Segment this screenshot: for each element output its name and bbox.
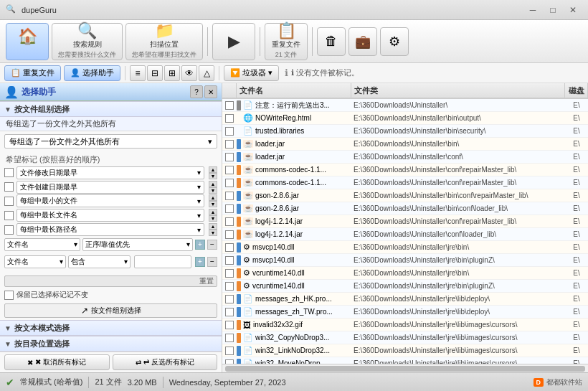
horizontal-scrollbar[interactable] [222, 364, 588, 372]
row-checkbox[interactable] [222, 269, 237, 278]
row-checkbox[interactable] [222, 321, 237, 329]
col-header-disk[interactable]: 磁盘 [565, 83, 588, 98]
row-checkbox[interactable] [222, 101, 237, 110]
table-row[interactable]: ☕commons-codec-1.1...E:\360Downloads\Uni… [222, 176, 588, 189]
filter-col2-2[interactable]: 包含▾ [68, 255, 130, 268]
table-row[interactable]: ☕log4j-1.2.14.jarE:\360Downloads\Uninsta… [222, 215, 588, 228]
checkbox[interactable] [225, 269, 234, 278]
checkbox[interactable] [225, 217, 234, 226]
grid-view-button[interactable]: ⊞ [164, 65, 180, 81]
delta-view-button[interactable]: △ [199, 65, 214, 81]
keep-mark-cb[interactable] [4, 291, 14, 300]
row-down-3[interactable]: ▼ [209, 201, 217, 207]
checkbox[interactable] [225, 347, 234, 355]
checkbox[interactable] [225, 308, 234, 316]
table-row[interactable]: ⚙msvcp140.dllE:\360Downloads\Uninstaller… [222, 241, 588, 254]
checkbox[interactable] [225, 295, 234, 303]
checkbox[interactable] [225, 230, 234, 239]
filter-remove-1[interactable]: − [207, 240, 217, 250]
checkbox[interactable] [225, 192, 234, 200]
table-row[interactable]: ☕gson-2.8.6.jarE:\360Downloads\Uninstall… [222, 189, 588, 202]
cb-1[interactable] [4, 168, 14, 177]
cb-5[interactable] [4, 225, 14, 235]
row-checkbox[interactable] [222, 308, 237, 316]
checkbox[interactable] [225, 243, 234, 252]
table-row[interactable]: 📄messages_zh_TW.pro...E:\360Downloads\Un… [222, 306, 588, 319]
checkbox[interactable] [225, 140, 234, 149]
table-row[interactable]: ⚙vcruntime140.dllE:\360Downloads\Uninsta… [222, 280, 588, 293]
row-checkbox[interactable] [222, 204, 237, 213]
settings-button[interactable]: ⚙ [380, 27, 409, 56]
play-button[interactable]: ▶ [212, 23, 255, 60]
table-row[interactable]: 📄messages_zh_HK.pro...E:\360Downloads\Un… [222, 293, 588, 306]
section-group-header[interactable]: ▼ 按文件组别选择 [0, 101, 222, 117]
search-rules-button[interactable]: 🔍 搜索规则 您需要搜找什么文件 [52, 23, 123, 60]
filter-remove-2[interactable]: − [207, 257, 217, 267]
filter-button[interactable]: 🔽 垃圾器 ▾ [224, 65, 279, 81]
minimize-button[interactable]: ─ [523, 3, 542, 17]
row-down-1[interactable]: ▼ [209, 173, 217, 179]
table-row[interactable]: 📄trusted.librariesE:\360Downloads\Uninst… [222, 125, 588, 138]
row-down-4[interactable]: ▼ [209, 215, 217, 222]
row-up-5[interactable]: ▲ [209, 223, 217, 230]
filter-col1-1[interactable]: 文件名▾ [4, 238, 80, 251]
row-checkbox[interactable] [222, 230, 237, 239]
home-button[interactable]: 🏠 [6, 23, 49, 60]
cancel-mark-button[interactable]: ✖ ✖ 取消所有标记 [4, 354, 110, 370]
row-down-2[interactable]: ▼ [209, 187, 217, 194]
row-checkbox[interactable] [222, 179, 237, 187]
reset-button[interactable]: 重置 [4, 275, 217, 287]
row-checkbox[interactable] [222, 243, 237, 252]
list-view-button[interactable]: ≡ [130, 65, 146, 81]
table-row[interactable]: ☕gson-2.8.6.jarE:\360Downloads\Uninstall… [222, 202, 588, 215]
table-row[interactable]: ⚙msvcp140.dllE:\360Downloads\Uninstaller… [222, 254, 588, 267]
checkbox[interactable] [225, 127, 234, 136]
table-row[interactable]: ☕loader.jarE:\360Downloads\Uninstaller\c… [222, 151, 588, 164]
section-dir-header[interactable]: ▼ 按目录位置选择 [0, 336, 222, 352]
table-row[interactable]: ☕loader.jarE:\360Downloads\Uninstaller\b… [222, 138, 588, 151]
row-select-2[interactable]: 文件创建日期最早▾ [16, 181, 204, 194]
checkbox[interactable] [225, 179, 234, 187]
checkbox[interactable] [225, 101, 234, 110]
row-select-1[interactable]: 文件修改日期最早▾ [16, 166, 204, 179]
cb-2[interactable] [4, 182, 14, 192]
row-checkbox[interactable] [222, 153, 237, 161]
row-select-4[interactable]: 每组中最长文件名▾ [16, 209, 204, 222]
col-header-check[interactable] [222, 83, 237, 98]
filter-input-2[interactable] [134, 255, 191, 268]
row-checkbox[interactable] [222, 217, 237, 226]
table-row[interactable]: 🌐NOWriteReg.htmlE:\360Downloads\Uninstal… [222, 112, 588, 125]
section-text-header[interactable]: ▼ 按文本模式选择 [0, 320, 222, 336]
checkbox[interactable] [225, 256, 234, 265]
checkbox[interactable] [225, 334, 234, 342]
scan-location-button[interactable]: 📁 扫描位置 您希望在哪里扫找文件 [125, 23, 203, 60]
table-row[interactable]: ⚙vcruntime140.dllE:\360Downloads\Uninsta… [222, 267, 588, 280]
row-select-5[interactable]: 每组中最长路径名▾ [16, 223, 204, 236]
table-row[interactable]: 📄注意：运行前先送出3...E:\360Downloads\Uninstalle… [222, 99, 588, 112]
row-checkbox[interactable] [222, 192, 237, 200]
row-up-2[interactable]: ▲ [209, 181, 217, 187]
table-row[interactable]: 📄win32_LinkNoDrop32...E:\360Downloads\Un… [222, 344, 588, 357]
h-scroll-thumb[interactable] [225, 366, 585, 372]
row-checkbox[interactable] [222, 282, 237, 291]
checkbox[interactable] [225, 166, 234, 174]
cb-4[interactable] [4, 211, 14, 220]
row-up-4[interactable]: ▲ [209, 209, 217, 215]
filter-col2-1[interactable]: 正序/靠值优先▾ [82, 238, 193, 251]
dedup-tab-button[interactable]: 📋 重复文件 [4, 65, 61, 81]
checkbox[interactable] [225, 282, 234, 291]
row-select-3[interactable]: 每组中最小的文件▾ [16, 194, 204, 207]
col-header-path[interactable]: 文件类 [351, 83, 565, 98]
eye-view-button[interactable]: 👁 [181, 65, 197, 81]
reverse-mark-button[interactable]: ⇄ ⇄ 反选所有标记 [113, 354, 218, 370]
dedup-button[interactable]: 📋 重复文件 21 文件 [265, 23, 308, 60]
filter-add-1[interactable]: + [195, 240, 205, 250]
row-checkbox[interactable] [222, 127, 237, 136]
delete-button[interactable]: 🗑 [317, 27, 346, 56]
checkbox[interactable] [225, 204, 234, 213]
panel-close-button[interactable]: ✕ [204, 85, 217, 98]
checkbox[interactable] [225, 114, 234, 123]
maximize-button[interactable]: □ [544, 3, 562, 17]
table-row[interactable]: ☕commons-codec-1.1...E:\360Downloads\Uni… [222, 164, 588, 176]
table-row[interactable]: ☕log4j-1.2.14.jarE:\360Downloads\Uninsta… [222, 228, 588, 241]
